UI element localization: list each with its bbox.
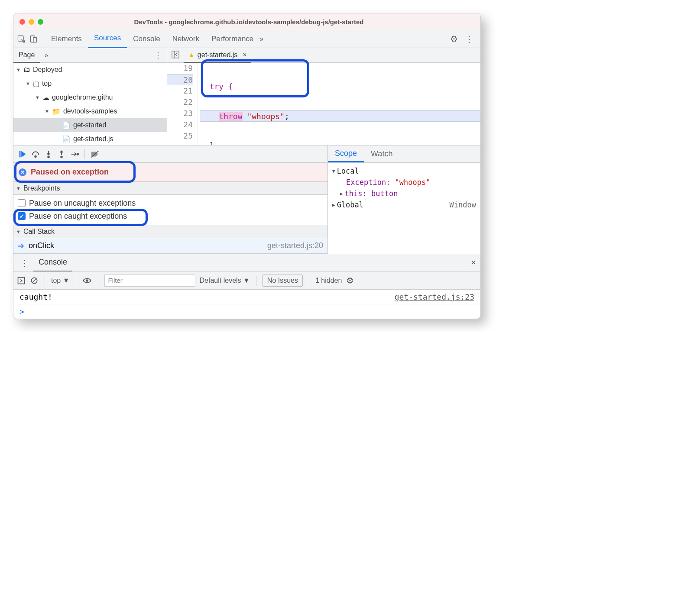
devtools-window: DevTools - googlechrome.github.io/devtoo… [13,13,481,319]
debugger-pane: ✕ Paused on exception ▼Breakpoints Pause… [13,145,327,254]
close-drawer-icon[interactable]: × [471,258,476,268]
step-out-icon[interactable] [57,149,66,159]
navigator-menu-icon[interactable]: ⋮ [151,50,167,61]
scope-this[interactable]: ▶this: button [332,188,476,199]
console-output: caught! get-started.js:23 > [13,290,480,319]
tab-watch[interactable]: Watch [364,145,399,162]
window-controls [13,19,43,25]
resume-icon[interactable] [18,149,27,159]
deactivate-breakpoints-icon[interactable] [90,149,100,159]
svg-line-13 [32,278,36,283]
tab-performance[interactable]: Performance [205,30,259,48]
context-selector[interactable]: top ▼ [51,277,70,284]
debugger-toolbar [13,145,327,163]
scope-pane: Scope Watch ▼Local Exception: "whoops" ▶… [327,145,480,254]
live-expression-icon[interactable] [82,276,92,285]
titlebar: DevTools - googlechrome.github.io/devtoo… [13,13,480,30]
tab-network[interactable]: Network [166,30,205,48]
tab-elements[interactable]: Elements [45,30,88,48]
tree-domain[interactable]: ▼☁googlechrome.githu [13,90,167,104]
more-tabs-icon[interactable]: » [259,35,263,43]
svg-point-15 [86,279,88,282]
step-into-icon[interactable] [44,149,53,159]
scope-exception[interactable]: Exception: "whoops" [332,177,476,188]
frame-name: onClick [29,241,54,250]
editor-tab-label: get-started.js [198,51,237,59]
callstack-header[interactable]: ▼Call Stack [13,225,327,238]
console-toolbar: top ▼ Default levels ▼ No Issues 1 hidde… [13,271,480,290]
console-settings-icon[interactable]: ⚙ [346,275,354,286]
gutter: 19 20 21 22 23 24 25 [167,63,198,145]
file-tree: ▼🗂Deployed ▼▢top ▼☁googlechrome.githu ▼📁… [13,63,167,145]
tab-console[interactable]: Console [127,30,166,48]
file-navigator: Page » ⋮ ▼🗂Deployed ▼▢top ▼☁googlechrome… [13,48,167,145]
svg-rect-2 [33,37,37,42]
breakpoints-header[interactable]: ▼Breakpoints [13,182,327,195]
checkbox-checked-icon[interactable]: ✓ [18,212,26,220]
hidden-count: 1 hidden [315,277,342,284]
svg-rect-11 [18,277,25,284]
paused-text: Paused on exception [31,168,109,177]
svg-point-6 [35,155,36,157]
frame-location: get-started.js:20 [267,241,323,250]
device-toggle-icon[interactable] [29,35,38,43]
tree-file-html[interactable]: 📄get-started [13,118,167,132]
warning-icon: ▲ [188,51,195,59]
tree-file-js[interactable]: 📄get-started.js [13,132,167,145]
close-icon[interactable] [19,19,25,25]
bp-caught[interactable]: ✓Pause on caught exceptions [18,210,323,223]
window-title: DevTools - googlechrome.github.io/devtoo… [43,18,480,26]
paused-banner: ✕ Paused on exception [13,163,327,182]
svg-point-8 [61,156,62,158]
console-text: caught! [19,292,52,301]
checkbox-unchecked-icon[interactable] [18,199,26,207]
console-message[interactable]: caught! get-started.js:23 [13,290,480,304]
console-prompt[interactable]: > [13,304,480,319]
code-editor: ▲ get-started.js × 19 20 21 22 23 24 25 … [167,48,480,145]
tab-sources[interactable]: Sources [88,30,127,48]
close-editor-tab-icon[interactable]: × [240,51,246,59]
main-tabs: Elements Sources Console Network Perform… [13,30,480,48]
zoom-icon[interactable] [38,19,43,25]
svg-point-9 [77,153,79,155]
exception-badge-icon: ✕ [19,168,26,176]
current-frame-icon: ➔ [18,241,24,251]
toggle-navigator-icon[interactable] [167,51,184,60]
svg-point-7 [48,156,49,158]
tree-top[interactable]: ▼▢top [13,77,167,90]
scope-global[interactable]: ▶GlobalWindow [332,199,476,210]
step-over-icon[interactable] [31,149,40,159]
navigator-more-icon[interactable]: » [40,52,48,59]
inspect-icon[interactable] [17,35,26,43]
navigator-tab-page[interactable]: Page [13,48,40,63]
bp-uncaught[interactable]: Pause on uncaught exceptions [18,197,323,210]
console-sidebar-icon[interactable] [17,276,26,285]
console-source-link[interactable]: get-started.js:23 [395,292,474,301]
editor-tab[interactable]: ▲ get-started.js × [184,48,251,63]
console-filter-input[interactable] [104,275,195,287]
minimize-icon[interactable] [29,19,34,25]
issues-button[interactable]: No Issues [262,275,303,287]
breakpoints-list: Pause on uncaught exceptions ✓Pause on c… [13,195,327,225]
console-drawer-tabs: ⋮ Console × [13,254,480,271]
scope-body: ▼Local Exception: "whoops" ▶this: button… [328,163,480,254]
drawer-menu-icon[interactable]: ⋮ [18,258,33,268]
scope-local[interactable]: ▼Local [332,165,476,177]
callstack-frame[interactable]: ➔ onClick get-started.js:20 [13,238,327,254]
clear-console-icon[interactable] [30,276,39,285]
kebab-icon[interactable]: ⋮ [462,34,476,44]
tree-deployed[interactable]: ▼🗂Deployed [13,63,167,77]
code-area[interactable]: 19 20 21 22 23 24 25 try { throw "whoops… [167,63,480,145]
gear-icon[interactable]: ⚙ [450,34,458,44]
log-levels-selector[interactable]: Default levels ▼ [200,277,250,284]
drawer-tab-console[interactable]: Console [33,254,72,271]
svg-rect-5 [19,151,21,157]
code-content: try { throw "whoops"; } catch(err) { con… [198,63,480,145]
tab-scope[interactable]: Scope [328,145,364,162]
tree-folder[interactable]: ▼📁devtools-samples [13,104,167,118]
step-icon[interactable] [70,149,79,159]
